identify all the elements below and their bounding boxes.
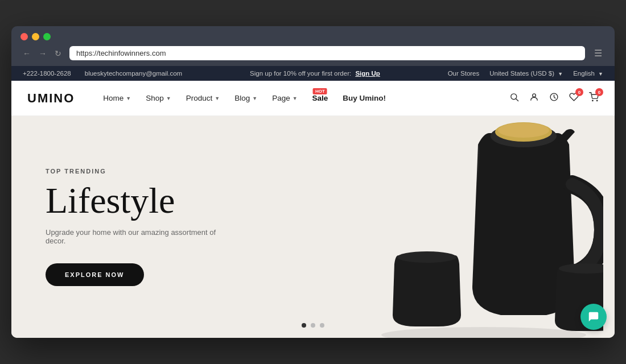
hero-description: Upgrade your home with our amazing assor… — [46, 228, 216, 245]
refresh-button[interactable]: ↻ — [52, 48, 64, 59]
dot-1[interactable] — [302, 323, 306, 328]
nav-page[interactable]: Page ▼ — [272, 94, 297, 102]
hero-title: Lifestyle — [46, 183, 216, 219]
our-stores-link[interactable]: Our Stores — [448, 70, 480, 77]
svg-line-1 — [516, 99, 518, 101]
email-address: blueskytechcompany@gmail.com — [85, 70, 182, 77]
hero-section: TOP TRENDING Lifestyle Upgrade your home… — [11, 116, 615, 338]
address-bar[interactable]: https://techinfowinners.com — [69, 46, 585, 60]
forward-button[interactable]: → — [36, 48, 49, 59]
hero-text: TOP TRENDING Lifestyle Upgrade your home… — [11, 168, 216, 286]
dot-3[interactable] — [320, 323, 324, 328]
language-selector[interactable]: English ▼ — [573, 70, 603, 77]
nav-buy-umino[interactable]: Buy Umino! — [343, 94, 386, 102]
svg-point-4 — [592, 100, 593, 101]
nav-blog[interactable]: Blog ▼ — [234, 94, 257, 102]
language-dropdown-arrow: ▼ — [598, 71, 603, 77]
traffic-light-red[interactable] — [20, 33, 28, 40]
nav-home[interactable]: Home ▼ — [103, 94, 131, 102]
hero-image — [241, 116, 615, 338]
nav-sale[interactable]: HOT Sale — [312, 94, 328, 102]
product-dropdown-arrow: ▼ — [215, 96, 220, 101]
wishlist-icon[interactable]: 0 — [569, 92, 579, 104]
wishlist-count: 0 — [575, 88, 583, 96]
traffic-light-green[interactable] — [43, 33, 51, 40]
nav-shop[interactable]: Shop ▼ — [146, 94, 171, 102]
explore-now-button[interactable]: EXPLORE NOW — [46, 263, 144, 286]
hot-badge: HOT — [313, 88, 327, 94]
currency-selector[interactable]: United States (USD $) ▼ — [489, 70, 563, 77]
main-nav: UMINO Home ▼ Shop ▼ Product ▼ Blog ▼ — [11, 81, 615, 116]
top-bar-center: Sign up for 10% off your first order: Si… — [182, 70, 447, 77]
site-content: +222-1800-2628 blueskytechcompany@gmail.… — [11, 66, 615, 338]
clock-icon[interactable] — [549, 92, 559, 104]
home-dropdown-arrow: ▼ — [126, 96, 131, 101]
site-logo[interactable]: UMINO — [27, 91, 75, 106]
nav-icons: 0 0 — [509, 92, 599, 104]
svg-point-5 — [596, 100, 597, 101]
nav-links: Home ▼ Shop ▼ Product ▼ Blog ▼ Page ▼ — [103, 94, 509, 102]
promo-text: Sign up for 10% off your first order: — [250, 70, 351, 77]
browser-nav-buttons: ← → ↻ — [20, 48, 64, 59]
svg-point-6 — [381, 327, 586, 338]
browser-chrome: ← → ↻ https://techinfowinners.com ☰ — [11, 26, 615, 66]
hero-dots — [302, 323, 324, 328]
sign-up-link[interactable]: Sign Up — [355, 70, 380, 77]
top-bar-left: +222-1800-2628 blueskytechcompany@gmail.… — [23, 70, 182, 77]
top-bar-right: Our Stores United States (USD $) ▼ Engli… — [448, 70, 603, 77]
search-icon[interactable] — [509, 92, 519, 104]
currency-dropdown-arrow: ▼ — [558, 71, 563, 77]
browser-window: ← → ↻ https://techinfowinners.com ☰ +222… — [11, 26, 615, 338]
ceramic-illustration — [273, 116, 603, 338]
top-bar: +222-1800-2628 blueskytechcompany@gmail.… — [11, 66, 615, 81]
dot-2[interactable] — [311, 323, 315, 328]
chat-button[interactable] — [580, 304, 607, 330]
back-button[interactable]: ← — [20, 48, 33, 59]
traffic-lights — [20, 33, 606, 40]
browser-bar: ← → ↻ https://techinfowinners.com ☰ — [20, 46, 606, 60]
shop-dropdown-arrow: ▼ — [166, 96, 171, 101]
hero-subtitle: TOP TRENDING — [46, 168, 216, 175]
nav-product[interactable]: Product ▼ — [186, 94, 220, 102]
blog-dropdown-arrow: ▼ — [252, 96, 257, 101]
svg-point-2 — [533, 94, 536, 97]
browser-menu-button[interactable]: ☰ — [591, 47, 606, 60]
cart-icon[interactable]: 0 — [589, 92, 599, 104]
svg-point-10 — [397, 251, 456, 263]
account-icon[interactable] — [529, 92, 539, 104]
page-dropdown-arrow: ▼ — [293, 96, 298, 101]
cart-count: 0 — [595, 88, 603, 96]
traffic-light-yellow[interactable] — [32, 33, 39, 40]
svg-point-9 — [498, 123, 549, 138]
phone-number: +222-1800-2628 — [23, 70, 71, 77]
